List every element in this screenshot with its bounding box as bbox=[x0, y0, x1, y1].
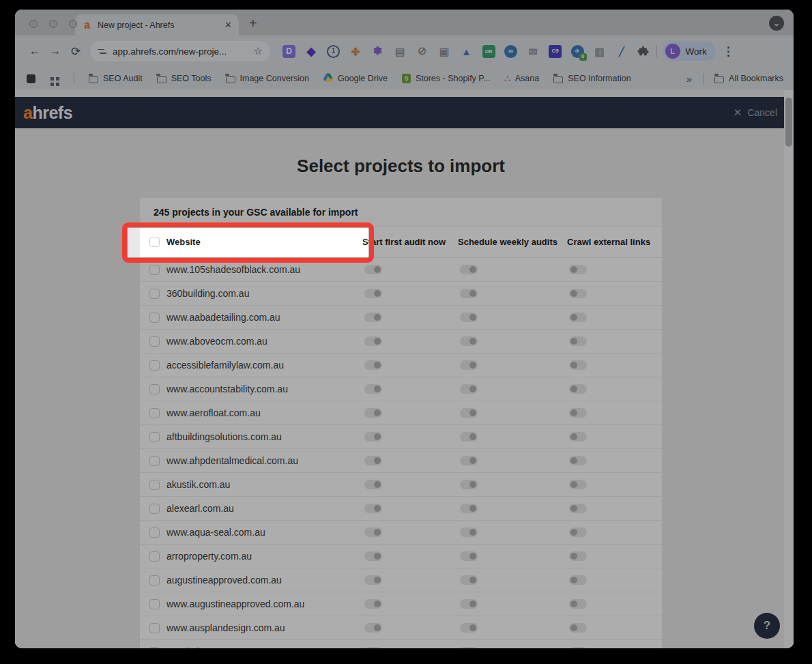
page-scrollbar[interactable] bbox=[784, 90, 794, 648]
tab-search-button[interactable]: ⌄ bbox=[769, 16, 784, 31]
apps-grid-icon[interactable] bbox=[50, 77, 54, 81]
close-window-button[interactable] bbox=[29, 20, 38, 28]
pinned-app-icon[interactable] bbox=[27, 74, 35, 83]
row-checkbox[interactable] bbox=[149, 265, 160, 275]
toggle-weekly-audits[interactable] bbox=[460, 313, 478, 322]
toggle-weekly-audits[interactable] bbox=[460, 360, 478, 370]
scrollbar-thumb[interactable] bbox=[785, 98, 792, 147]
row-checkbox[interactable] bbox=[149, 456, 160, 466]
toggle-weekly-audits[interactable] bbox=[460, 551, 478, 561]
row-checkbox[interactable] bbox=[149, 623, 160, 633]
onepassword-icon[interactable]: 1 bbox=[327, 45, 340, 58]
row-checkbox[interactable] bbox=[149, 432, 160, 442]
row-checkbox[interactable] bbox=[149, 647, 160, 649]
browser-tab[interactable]: a New project - Ahrefs ✕ bbox=[75, 14, 239, 35]
bookmark-folder-image-conversion[interactable]: Image Conversion bbox=[226, 74, 309, 83]
row-checkbox[interactable] bbox=[149, 360, 160, 371]
minimize-window-button[interactable] bbox=[49, 20, 57, 28]
bookmark-asana[interactable]: ∴Asana bbox=[504, 74, 539, 84]
toggle-crawl-external[interactable] bbox=[569, 289, 587, 298]
toggle-start-audit[interactable] bbox=[364, 528, 382, 537]
toggle-crawl-external[interactable] bbox=[569, 623, 587, 633]
toggle-crawl-external[interactable] bbox=[569, 313, 587, 322]
bank-icon[interactable]: ▥ bbox=[593, 45, 606, 58]
toggle-crawl-external[interactable] bbox=[569, 336, 587, 346]
tab-close-icon[interactable]: ✕ bbox=[224, 20, 232, 30]
bookmark-folder-seo-tools[interactable]: SEO Tools bbox=[157, 74, 212, 83]
toggle-weekly-audits[interactable] bbox=[460, 480, 478, 489]
on-badge-icon[interactable]: ON bbox=[482, 45, 495, 58]
help-button[interactable]: ? bbox=[754, 613, 780, 639]
bookmark-google-drive[interactable]: Google Drive bbox=[323, 73, 388, 84]
orange-leaf-icon[interactable]: ✤ bbox=[349, 45, 362, 58]
row-checkbox[interactable] bbox=[149, 551, 160, 562]
toggle-crawl-external[interactable] bbox=[569, 599, 587, 609]
toggle-crawl-external[interactable] bbox=[569, 551, 587, 561]
toggle-crawl-external[interactable] bbox=[569, 265, 587, 274]
toggle-start-audit[interactable] bbox=[364, 360, 382, 370]
toggle-crawl-external[interactable] bbox=[569, 647, 587, 648]
bookmark-folder-seo-audit[interactable]: SEO Audit bbox=[89, 74, 143, 83]
toggle-weekly-audits[interactable] bbox=[460, 456, 478, 465]
bookmark-star-icon[interactable]: ☆ bbox=[254, 45, 263, 57]
zoom-window-button[interactable] bbox=[69, 20, 77, 28]
toggle-crawl-external[interactable] bbox=[569, 528, 587, 537]
row-checkbox[interactable] bbox=[149, 528, 160, 538]
toggle-start-audit[interactable] bbox=[364, 432, 382, 442]
puzzle-icon[interactable] bbox=[637, 46, 649, 57]
url-text[interactable]: app.ahrefs.com/new-proje... bbox=[113, 46, 248, 57]
cancel-button[interactable]: ✕ Cancel bbox=[734, 106, 777, 119]
toggle-weekly-audits[interactable] bbox=[460, 623, 478, 633]
toggle-weekly-audits[interactable] bbox=[460, 384, 478, 394]
row-checkbox[interactable] bbox=[149, 289, 160, 299]
toggle-weekly-audits[interactable] bbox=[460, 528, 478, 537]
shield-zero-icon[interactable]: ✈0 bbox=[571, 45, 584, 58]
bookmarks-overflow-chevrons[interactable]: » bbox=[686, 73, 692, 85]
toggle-crawl-external[interactable] bbox=[569, 480, 587, 489]
toggle-weekly-audits[interactable] bbox=[460, 408, 478, 418]
row-checkbox[interactable] bbox=[149, 575, 160, 586]
toggle-start-audit[interactable] bbox=[364, 575, 382, 585]
new-tab-button[interactable]: + bbox=[249, 16, 257, 31]
purple-diamond-icon[interactable]: ◆ bbox=[305, 45, 318, 58]
blue-triangle-icon[interactable]: ▲ bbox=[460, 45, 473, 58]
toggle-weekly-audits[interactable] bbox=[460, 504, 478, 513]
site-settings-icon[interactable] bbox=[98, 48, 106, 55]
c9-icon[interactable]: C9 bbox=[549, 45, 562, 58]
document-icon[interactable]: ▤ bbox=[394, 45, 407, 58]
toggle-start-audit[interactable] bbox=[364, 647, 382, 648]
row-checkbox[interactable] bbox=[149, 504, 160, 514]
toggle-crawl-external[interactable] bbox=[569, 456, 587, 465]
toggle-weekly-audits[interactable] bbox=[460, 599, 478, 609]
toggle-start-audit[interactable] bbox=[364, 623, 382, 633]
toggle-crawl-external[interactable] bbox=[569, 408, 587, 418]
mask-circle-icon[interactable]: ∞ bbox=[504, 45, 517, 58]
toggle-start-audit[interactable] bbox=[364, 384, 382, 394]
bookmark-folder-seo-information[interactable]: SEO Information bbox=[553, 74, 630, 83]
row-checkbox[interactable] bbox=[149, 408, 160, 418]
profile-button[interactable]: L Work bbox=[663, 42, 716, 61]
bookmark-shopify-stores[interactable]: SStores - Shopify P... bbox=[402, 74, 491, 83]
toggle-start-audit[interactable] bbox=[364, 599, 382, 609]
toggle-crawl-external[interactable] bbox=[569, 432, 587, 442]
row-checkbox[interactable] bbox=[149, 480, 160, 490]
all-bookmarks-folder[interactable]: All Bookmarks bbox=[714, 74, 783, 83]
toggle-crawl-external[interactable] bbox=[569, 360, 587, 370]
forward-icon[interactable]: → bbox=[45, 44, 66, 58]
toggle-crawl-external[interactable] bbox=[569, 504, 587, 513]
toggle-start-audit[interactable] bbox=[364, 480, 382, 489]
toggle-weekly-audits[interactable] bbox=[460, 289, 478, 298]
row-checkbox[interactable] bbox=[149, 384, 160, 394]
toggle-weekly-audits[interactable] bbox=[460, 575, 478, 585]
browser-menu-icon[interactable]: ⋮ bbox=[723, 44, 734, 59]
toggle-start-audit[interactable] bbox=[364, 289, 382, 298]
toggle-start-audit[interactable] bbox=[364, 456, 382, 465]
purple-gear-icon[interactable]: ✽ bbox=[371, 45, 384, 58]
toggle-weekly-audits[interactable] bbox=[460, 647, 478, 648]
row-checkbox[interactable] bbox=[149, 313, 160, 323]
toggle-start-audit[interactable] bbox=[364, 265, 382, 274]
toggle-start-audit[interactable] bbox=[364, 408, 382, 418]
back-icon[interactable]: ← bbox=[25, 44, 45, 58]
pencil-icon[interactable]: ╱ bbox=[615, 45, 628, 58]
toggle-start-audit[interactable] bbox=[364, 504, 382, 513]
